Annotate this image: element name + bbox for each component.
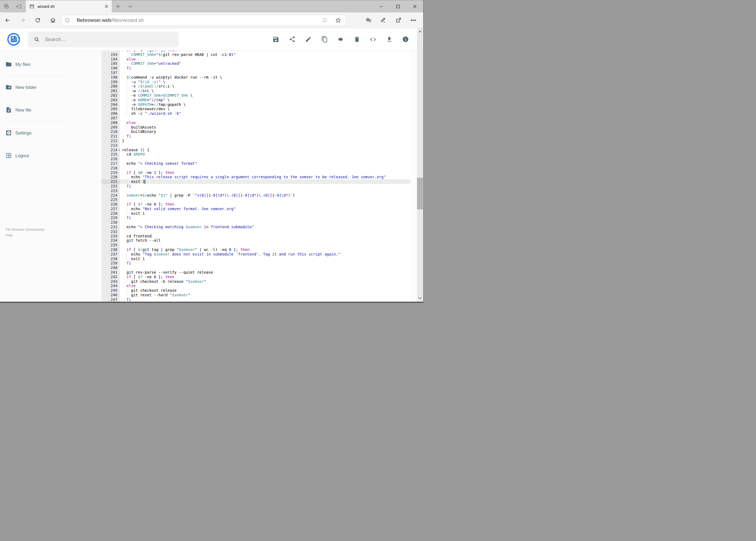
indent-guide [126,102,127,107]
line-number: 230 [102,220,120,225]
web-note-pen-icon[interactable] [376,12,391,28]
site-info-icon[interactable] [62,18,73,23]
indent-guide [126,80,127,84]
indent-guide [126,111,127,116]
indent-guide [126,211,127,216]
code-line: 231 echo "> Checking matching $semver in… [102,225,410,229]
line-number: 194 [102,57,120,62]
code-line: 240 [102,266,410,270]
share-icon[interactable] [391,12,406,28]
code-line: 210 buildBinary [102,129,410,134]
browser-tab[interactable]: wizard.sh [26,0,112,12]
line-number: 215 [102,152,120,157]
indent-guide [126,61,127,66]
window-bottom-edge [0,302,423,303]
maximize-button[interactable] [390,0,406,12]
tab-close-icon[interactable] [105,4,109,8]
sidebar-item-label: New file [15,108,31,113]
address-bar[interactable]: filebrowser.web/files/wizard.sh [62,15,346,26]
help-link[interactable]: Help [6,233,44,238]
info-button[interactable] [397,31,413,48]
refresh-button[interactable] [30,12,45,28]
line-number: 231 [102,225,120,229]
indent-guide [126,252,127,257]
copy-button[interactable] [316,31,333,48]
line-number: 197 [102,71,120,75]
code-line: 245 git checkout release [102,288,410,293]
tab-preview-chevron[interactable] [124,0,136,12]
scroll-up-icon[interactable] [417,29,423,35]
sidebar-item-logout[interactable]: Logout [0,144,102,167]
text-cursor [145,180,145,184]
line-number: 222 [102,184,120,189]
indent-guide [126,207,127,211]
indent-guide [126,93,127,98]
minimize-button[interactable] [373,0,390,12]
line-number: 247 [102,297,120,302]
indent-guide [126,125,127,130]
tab-title: wizard.sh [38,4,102,9]
rename-button[interactable] [300,31,316,48]
indent-guide [126,288,127,293]
delete-button[interactable] [349,31,365,48]
sidebar-item-settings[interactable]: Settings [0,122,102,144]
scrollbar-thumb[interactable] [417,178,423,209]
move-button[interactable] [333,31,349,48]
code-lines: if [ -d ".git" ]; then193 COMMIT_SHA="$(… [102,51,410,302]
share-file-button[interactable] [284,31,300,48]
line-number: 213 [102,143,120,148]
show-set-aside-tabs-button[interactable] [3,4,9,9]
line-number: 209 [102,125,120,130]
indent-guide [126,89,127,93]
sidebar-item-label: My files [15,62,31,67]
sidebar-item-new-file[interactable]: New file [0,99,102,121]
line-number: 208 [102,121,120,125]
line-number: 244 [102,283,120,288]
line-number: 200 [102,84,120,89]
page-scrollbar[interactable] [417,28,423,302]
forward-button[interactable] [15,12,30,28]
sidebar-item-new-folder[interactable]: New folder [0,76,102,99]
line-number: 238 [102,257,120,261]
more-options-icon[interactable] [406,12,420,28]
main-content: My files New folder New file Settings Lo… [0,51,423,302]
code-line: 204 -e GOPATH=//tmp/gopath \ [102,102,410,107]
browser-window: wizard.sh [0,0,423,303]
raw-code-button[interactable] [365,31,381,48]
scroll-down-icon[interactable] [417,295,423,301]
save-button[interactable] [268,31,284,48]
search-input[interactable] [44,36,172,43]
settings-icon [5,130,12,136]
page-icon [29,4,35,9]
new-tab-button[interactable] [112,0,124,12]
code-line: 228 exit 1 [102,211,410,216]
code-line: 212} [102,139,410,143]
indent-guide [126,257,127,261]
url-path: /files/wizard.sh [111,17,144,23]
line-number: 198 [102,75,120,80]
favorite-star-icon[interactable] [335,17,342,24]
indent-guide [126,84,127,89]
hub-favorites-icon[interactable] [361,12,376,28]
close-button[interactable] [406,0,423,12]
code-line: 243 git checkout -b release "$semver" [102,279,410,284]
line-number: 218 [102,166,120,171]
code-line: 225 [102,198,410,202]
sidebar-item-label: Logout [15,153,29,158]
code-line: 209 buildAssets [102,125,410,130]
code-editor[interactable]: if [ -d ".git" ]; then193 COMMIT_SHA="$(… [102,51,410,302]
tab-strip: wizard.sh [0,0,423,12]
reading-view-icon[interactable] [322,17,328,23]
code-line: 246 git reset --hard "$semver" [102,293,410,297]
set-tabs-aside-button[interactable] [16,4,22,9]
home-button[interactable] [45,12,61,28]
back-button[interactable] [0,12,15,28]
filebrowser-logo[interactable] [7,33,20,46]
line-number: 219 [102,171,120,175]
code-line: 242 if [ $? -ne 0 ]; then [102,275,410,279]
code-line: 197 [102,71,410,75]
search-box[interactable] [28,32,178,47]
sidebar-item-my-files[interactable]: My files [0,53,102,76]
download-button[interactable] [381,31,397,48]
line-number: 210 [102,129,120,134]
